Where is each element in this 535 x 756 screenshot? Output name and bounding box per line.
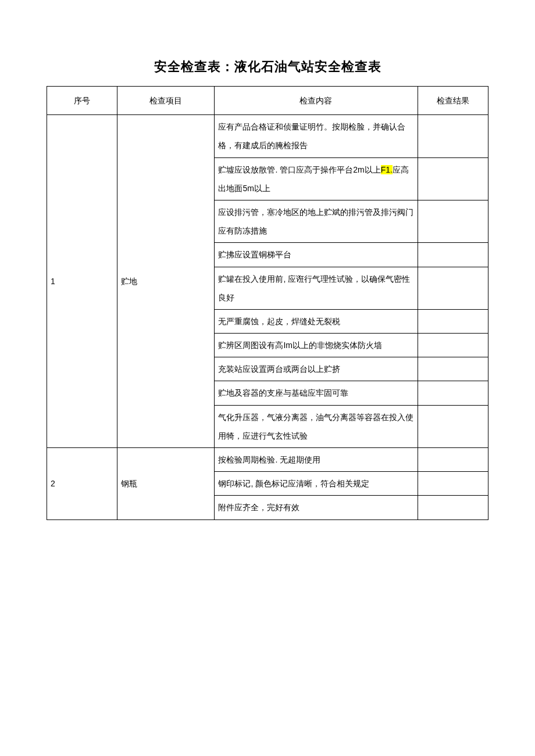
result-cell — [418, 200, 488, 242]
result-cell — [418, 496, 488, 519]
content-cell: 按检验周期检验. 无超期使用 — [215, 448, 418, 472]
content-cell: 气化升压器，气液分离器，油气分离器等容器在投入使用犄，应进行气玄性试验 — [215, 405, 418, 447]
content-cell: 贮罐在投入使用前, 应诳行气理性试验，以确保气密性良好 — [215, 267, 418, 309]
page-title: 安全检查表：液化石油气站安全检查表 — [47, 58, 488, 76]
table-row: 2钢瓶按检验周期检验. 无超期使用 — [47, 448, 488, 472]
content-cell: 应有产品合格证和侦量证明竹。按期检脸，并确认合格，有建成后的腌检报告 — [215, 115, 418, 157]
latin-text: 2m — [353, 165, 364, 174]
item-cell: 贮地 — [117, 115, 215, 448]
result-cell — [418, 448, 488, 472]
checklist-table: 序号 检查项目 检查内容 检查结果 1贮地应有产品合格证和侦量证明竹。按期检脸，… — [47, 86, 488, 520]
result-cell — [418, 334, 488, 357]
content-cell: 钢印标记, 颜色标记应清晰，符合相关规定 — [215, 472, 418, 496]
result-cell — [418, 157, 488, 200]
content-cell: 贮拂应设置铜梯平台 — [215, 243, 418, 267]
result-cell — [418, 472, 488, 496]
content-cell: 贮地及容器的支座与基础应牢固可靠 — [215, 381, 418, 405]
result-cell — [418, 267, 488, 309]
content-cell: 充装站应设置两台或两台以上贮挤 — [215, 357, 418, 381]
table-row: 1贮地应有产品合格证和侦量证明竹。按期检脸，并确认合格，有建成后的腌检报告 — [47, 115, 488, 157]
highlighted-text: F1. — [381, 165, 393, 174]
latin-text: 5m — [242, 184, 254, 193]
table-header-row: 序号 检查项目 检查内容 检查结果 — [47, 87, 488, 115]
result-cell — [418, 115, 488, 157]
seq-cell: 1 — [47, 115, 117, 448]
seq-cell: 2 — [47, 448, 117, 520]
header-result: 检查结果 — [418, 87, 488, 115]
result-cell — [418, 243, 488, 267]
result-cell — [418, 309, 488, 333]
latin-text: Im — [283, 341, 293, 350]
header-content: 检查内容 — [215, 87, 418, 115]
content-cell: 附件应齐全，完好有效 — [215, 496, 418, 519]
header-seq: 序号 — [47, 87, 117, 115]
result-cell — [418, 381, 488, 405]
result-cell — [418, 405, 488, 447]
content-cell: 贮墟应设放散管. 管口应高于操作平台2m以上F1.应高出地面5m以上 — [215, 157, 418, 200]
result-cell — [418, 357, 488, 381]
content-cell: 贮辨区周图设有高Im以上的非惚烧实体防火墙 — [215, 334, 418, 357]
header-item: 检查项目 — [117, 87, 215, 115]
content-cell: 无严重腐蚀，起皮，焊缝处无裂税 — [215, 309, 418, 333]
content-cell: 应设排污管，塞冷地区的地上贮斌的排污管及排污阀门应有防冻措施 — [215, 200, 418, 242]
item-cell: 钢瓶 — [117, 448, 215, 520]
